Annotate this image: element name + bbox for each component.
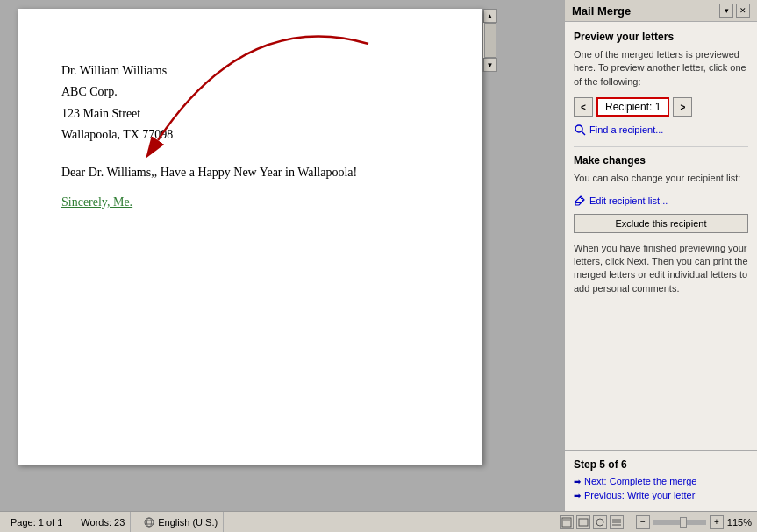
- address-line4: Wallapoola, TX 77098: [61, 125, 439, 145]
- find-icon: [574, 124, 586, 136]
- prev-arrow-icon: ➡: [574, 491, 581, 500]
- edit-recipient-link[interactable]: Edit recipient list...: [574, 195, 748, 207]
- prev-link-label: Previous: Write your letter: [584, 490, 695, 500]
- scroll-down-btn[interactable]: ▼: [483, 58, 497, 72]
- panel-controls: ▾ ✕: [719, 4, 750, 18]
- zoom-level: 115%: [727, 517, 752, 528]
- find-link-label: Find a recipient...: [589, 124, 663, 135]
- document-page: Dr. William Williams ABC Corp. 123 Main …: [18, 9, 482, 465]
- next-step-link[interactable]: ➡ Next: Complete the merge: [574, 476, 748, 486]
- svg-point-1: [575, 125, 582, 132]
- exclude-recipient-btn[interactable]: Exclude this recipient: [574, 214, 748, 233]
- language-label: English (U.S.): [158, 517, 218, 528]
- zoom-thumb: [680, 517, 687, 528]
- zoom-out-btn[interactable]: −: [636, 515, 650, 529]
- scroll-up-btn[interactable]: ▲: [483, 9, 497, 23]
- prev-step-link[interactable]: ➡ Previous: Write your letter: [574, 490, 748, 500]
- word-count: Words: 23: [75, 512, 131, 532]
- svg-line-2: [582, 131, 585, 135]
- edit-icon: [574, 195, 586, 207]
- page-info: Page: 1 of 1: [5, 512, 68, 532]
- outline-btn[interactable]: [610, 515, 624, 529]
- letter-body: Dear Dr. Williams,, Have a Happy New Yea…: [61, 163, 439, 213]
- doc-scrollbar[interactable]: ▲ ▼: [482, 9, 496, 72]
- recipient-nav: < Recipient: 1 >: [574, 97, 748, 117]
- address-line3: 123 Main Street: [61, 104, 439, 124]
- panel-footer: Step 5 of 6 ➡ Next: Complete the merge ➡…: [565, 450, 757, 511]
- web-view-btn[interactable]: [593, 515, 607, 529]
- finish-description: When you have finished previewing your l…: [574, 242, 748, 296]
- address-line2: ABC Corp.: [61, 82, 439, 102]
- zoom-area: − + 115%: [636, 515, 752, 529]
- scroll-track[interactable]: [483, 23, 496, 58]
- svg-rect-9: [562, 518, 571, 527]
- preview-description: One of the merged letters is previewed h…: [574, 48, 748, 89]
- letter-greeting: Dear Dr. Williams,, Have a Happy New Yea…: [61, 163, 439, 182]
- zoom-slider[interactable]: [653, 520, 706, 525]
- next-recipient-btn[interactable]: >: [673, 97, 692, 117]
- svg-point-8: [147, 518, 152, 527]
- prev-recipient-btn[interactable]: <: [574, 97, 593, 117]
- scroll-thumb[interactable]: [484, 23, 496, 58]
- svg-point-12: [596, 519, 603, 526]
- full-screen-btn[interactable]: [576, 515, 590, 529]
- print-view-btn[interactable]: [560, 515, 574, 529]
- changes-heading: Make changes: [574, 154, 748, 167]
- mail-merge-panel: Mail Merge ▾ ✕ Preview your letters One …: [564, 0, 757, 511]
- recipient-display: Recipient: 1: [596, 97, 669, 117]
- panel-title: Mail Merge: [572, 4, 631, 18]
- svg-point-5: [145, 518, 154, 527]
- view-buttons: [554, 512, 629, 532]
- svg-rect-11: [579, 519, 588, 526]
- address-line1: Dr. William Williams: [61, 61, 439, 81]
- panel-close-btn[interactable]: ✕: [736, 4, 750, 18]
- preview-heading: Preview your letters: [574, 31, 748, 43]
- language-info: English (U.S.): [138, 512, 224, 532]
- panel-pin-btn[interactable]: ▾: [719, 4, 733, 18]
- next-arrow-icon: ➡: [574, 477, 581, 486]
- language-icon: [143, 516, 155, 528]
- find-recipient-link[interactable]: Find a recipient...: [574, 124, 748, 136]
- letter-signature: Sincerely, Me.: [61, 193, 439, 212]
- panel-header: Mail Merge ▾ ✕: [565, 0, 757, 22]
- changes-description: You can also change your recipient list:: [574, 172, 748, 185]
- letter-address: Dr. William Williams ABC Corp. 123 Main …: [61, 61, 439, 145]
- document-area: Dr. William Williams ABC Corp. 123 Main …: [0, 0, 564, 511]
- next-link-label: Next: Complete the merge: [584, 476, 696, 486]
- zoom-in-btn[interactable]: +: [710, 515, 724, 529]
- edit-link-label: Edit recipient list...: [589, 195, 668, 206]
- panel-content: Preview your letters One of the merged l…: [565, 22, 757, 450]
- statusbar: Page: 1 of 1 Words: 23 English (U.S.) −: [0, 511, 757, 532]
- section-divider: [574, 146, 748, 147]
- step-label: Step 5 of 6: [574, 458, 748, 471]
